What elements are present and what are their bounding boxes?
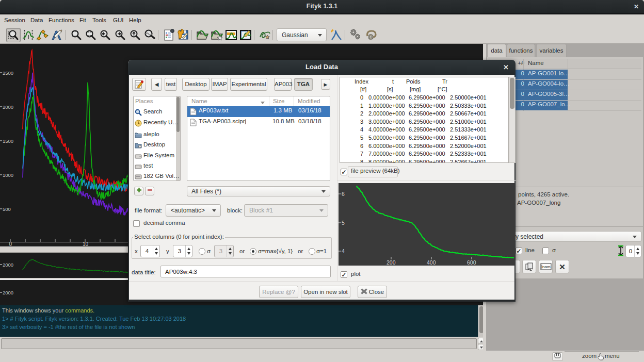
svg-text:nam: nam (542, 265, 551, 269)
svg-text:1000: 1000 (3, 172, 13, 178)
svg-text:2000: 2000 (3, 290, 13, 295)
svg-text:200: 200 (387, 259, 396, 266)
svg-text:5: 5 (342, 220, 345, 226)
svg-text:400: 400 (427, 259, 436, 266)
svg-text:2000: 2000 (3, 104, 13, 110)
svg-text:2000: 2000 (3, 262, 13, 268)
svg-text:600: 600 (467, 259, 476, 266)
svg-text:6: 6 (342, 191, 345, 197)
svg-text:4: 4 (342, 248, 345, 254)
svg-text:2500: 2500 (3, 70, 13, 76)
svg-text:500: 500 (3, 206, 11, 212)
svg-text:1500: 1500 (3, 138, 13, 144)
svg-text:10: 10 (83, 241, 89, 246)
svg-text:0: 0 (9, 241, 12, 246)
